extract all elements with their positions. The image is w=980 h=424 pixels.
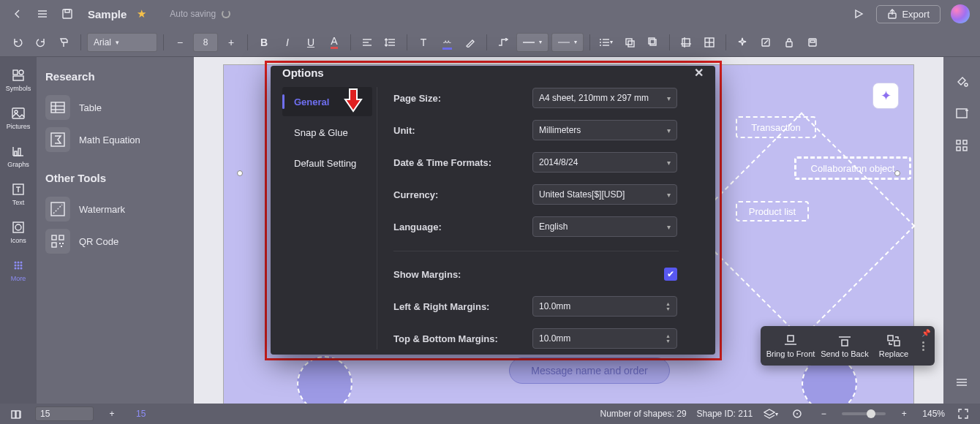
italic-button[interactable]: I: [277, 32, 298, 53]
svg-rect-78: [957, 147, 960, 151]
rail-symbols[interactable]: Symbols: [3, 67, 34, 92]
bring-to-front-button[interactable]: Bring to Front: [764, 334, 818, 358]
outline-tool[interactable]: [954, 105, 970, 121]
diagram-node-collab[interactable]: Collaboration object: [794, 156, 911, 180]
menu-button[interactable]: [35, 7, 50, 21]
fit-button[interactable]: [955, 406, 971, 422]
arrow-style-select[interactable]: ▾: [551, 33, 584, 52]
select-page-size[interactable]: A4 sheet, 210mm x 297 mm▾: [532, 88, 677, 108]
format-painter-button[interactable]: [54, 32, 75, 53]
math-icon: [45, 127, 70, 152]
svg-rect-88: [894, 341, 900, 346]
select-unit[interactable]: Millimeters▾: [532, 120, 677, 140]
panel-item-math[interactable]: Math Equation: [45, 124, 185, 156]
line-style-select[interactable]: ▾: [516, 33, 549, 52]
user-avatar[interactable]: [951, 4, 970, 23]
zoom-in-button[interactable]: +: [896, 406, 912, 422]
list-button[interactable]: ▾: [596, 32, 617, 53]
redo-button[interactable]: [31, 32, 51, 53]
svg-point-56: [18, 265, 20, 267]
edit-button[interactable]: [755, 32, 776, 53]
handle-right[interactable]: [894, 170, 900, 176]
tab-snap-glue[interactable]: Snap & Glue: [282, 118, 372, 147]
focus-button[interactable]: [789, 406, 805, 422]
more-actions[interactable]: [917, 341, 929, 351]
export-button[interactable]: Export: [876, 5, 941, 23]
grid-tool[interactable]: [954, 137, 970, 154]
zoom-slider[interactable]: [842, 412, 886, 415]
diagram-pill-message[interactable]: Message name and order: [509, 357, 670, 384]
connector-button[interactable]: [493, 32, 513, 53]
panel-item-qr[interactable]: QR Code: [45, 225, 185, 257]
lines-tool[interactable]: [954, 374, 970, 390]
save-icon[interactable]: [60, 7, 75, 21]
underline-button[interactable]: U: [301, 32, 321, 53]
input-tb-margins[interactable]: 10.0mm▲▼: [532, 328, 677, 349]
pages-button[interactable]: [9, 406, 25, 422]
back-button[interactable]: [10, 7, 25, 21]
send-to-back-button[interactable]: Send to Back: [818, 334, 872, 358]
lock-button[interactable]: [779, 32, 799, 53]
svg-point-52: [15, 262, 17, 264]
input-lr-margins[interactable]: 10.0mm▲▼: [532, 296, 677, 317]
svg-rect-70: [52, 243, 56, 247]
select-currency[interactable]: United States[$][USD]▾: [532, 184, 677, 205]
font-size-input[interactable]: 8: [193, 33, 218, 52]
left-rail: Symbols Pictures Graphs Text Icons More: [0, 57, 37, 404]
svg-rect-71: [59, 243, 61, 244]
shapes-count: Number of shapes: 29: [600, 409, 686, 419]
qr-icon: [45, 229, 70, 254]
pen-button[interactable]: [460, 32, 480, 53]
favorite-icon[interactable]: ★: [137, 7, 146, 20]
shadow-button[interactable]: [619, 32, 640, 53]
line-spacing-button[interactable]: [380, 32, 401, 53]
zoom-out-button[interactable]: −: [815, 406, 832, 422]
highlight-button[interactable]: ꕀ: [437, 32, 457, 53]
pin-icon[interactable]: 📌: [921, 329, 930, 337]
fill-tool[interactable]: [954, 73, 970, 89]
handle-left[interactable]: [237, 170, 243, 176]
add-page-button[interactable]: +: [104, 406, 120, 422]
rail-graphs[interactable]: Graphs: [3, 143, 34, 168]
magic-button[interactable]: [732, 32, 753, 53]
ai-sparkle-button[interactable]: ✦: [872, 83, 899, 109]
font-color-button[interactable]: A: [324, 32, 344, 53]
layer-button[interactable]: [643, 32, 663, 53]
rail-pictures[interactable]: Pictures: [3, 105, 34, 130]
export-icon: [887, 9, 897, 19]
font-family-select[interactable]: Arial▾: [87, 33, 157, 52]
svg-rect-38: [13, 70, 18, 75]
svg-rect-79: [963, 147, 967, 151]
diagram-circle-left[interactable]: [297, 356, 353, 404]
table-button[interactable]: [699, 32, 720, 53]
undo-button[interactable]: [7, 32, 28, 53]
diagram-node-transaction[interactable]: Transaction: [736, 116, 816, 138]
font-size-increase[interactable]: +: [221, 32, 241, 53]
tag-button[interactable]: [802, 32, 823, 53]
checkbox-show-margins[interactable]: ✔: [664, 268, 677, 281]
rail-more[interactable]: More: [3, 257, 34, 282]
tab-default-setting[interactable]: Default Setting: [282, 148, 372, 178]
diagram-diamond[interactable]: [687, 112, 915, 339]
label-tb-margins: Top & Bottom Margins:: [393, 333, 532, 344]
page-select[interactable]: 15: [35, 406, 94, 421]
svg-rect-4: [65, 10, 69, 12]
text-tool-button[interactable]: T: [413, 32, 434, 53]
align-button[interactable]: [357, 32, 377, 53]
layers-status-button[interactable]: ▾: [763, 406, 779, 422]
rail-icons[interactable]: Icons: [3, 219, 34, 244]
bold-button[interactable]: B: [254, 32, 274, 53]
label-date: Date & Time Formats:: [393, 157, 532, 168]
panel-item-table[interactable]: Table: [45, 91, 185, 124]
options-content: Page Size: A4 sheet, 210mm x 297 mm▾ Uni…: [377, 87, 704, 349]
crop-button[interactable]: [676, 32, 696, 53]
diagram-node-product[interactable]: Product list: [736, 201, 809, 222]
play-button[interactable]: [851, 7, 866, 21]
rail-text[interactable]: Text: [3, 181, 34, 206]
panel-item-watermark[interactable]: Watermark: [45, 193, 185, 225]
replace-button[interactable]: Replace: [872, 334, 916, 358]
select-language[interactable]: English▾: [532, 216, 677, 237]
font-size-decrease[interactable]: −: [170, 32, 190, 53]
close-button[interactable]: ✕: [694, 66, 704, 80]
select-date-format[interactable]: 2014/8/24▾: [532, 152, 677, 173]
